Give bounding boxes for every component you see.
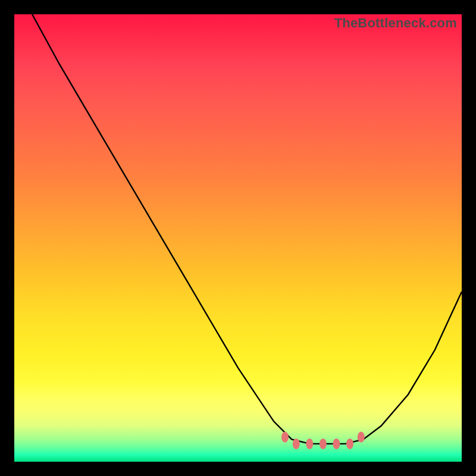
chart-frame: TheBottleneck.com <box>14 14 462 462</box>
flat-region-dot <box>320 439 327 449</box>
flat-region-dot <box>281 432 289 443</box>
curve-line <box>32 14 462 444</box>
flat-region-dot <box>306 439 313 449</box>
flat-region-dot <box>333 439 340 449</box>
flat-region-dots <box>281 432 365 449</box>
flat-region-dot <box>346 439 353 449</box>
watermark-text: TheBottleneck.com <box>334 15 457 31</box>
flat-region-dot <box>358 432 365 443</box>
flat-region-dot <box>293 439 300 449</box>
bottleneck-curve <box>14 14 462 462</box>
